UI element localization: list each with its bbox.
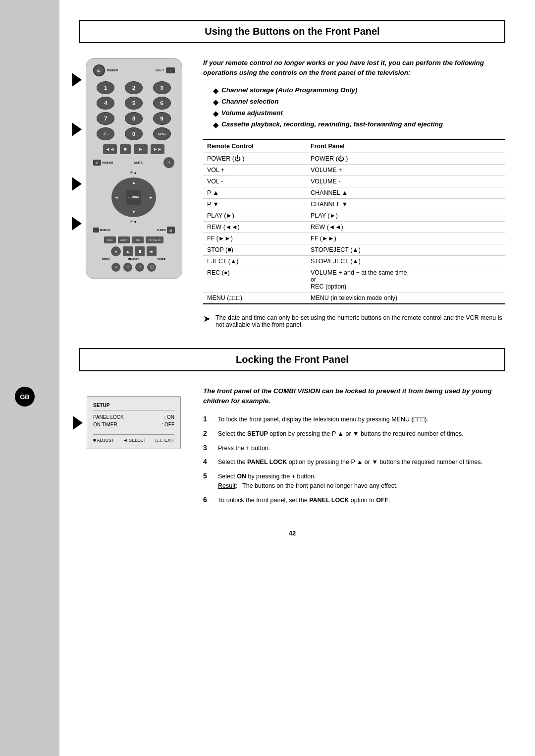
remote-cell: REW (◄◄) (203, 221, 307, 233)
remote-control: ⏻ POWER INPUT ▭ 1 (86, 58, 182, 279)
diamond-icon-2: ◆ (213, 98, 218, 106)
arrow-deco-4 (72, 217, 82, 231)
numpad: 1 2 3 4 5 6 7 8 9 -/-- 0 (93, 81, 175, 140)
step-number-6: 6 (203, 496, 211, 504)
rec-btn: REC (104, 236, 116, 243)
diamond-icon-4: ◆ (213, 121, 218, 129)
front-cell: STOP/EJECT (▲) (307, 255, 505, 267)
table-row: P ▼ CHANNEL ▼ (203, 198, 505, 210)
bullet-item-2: ◆ Channel selection (213, 98, 505, 106)
front-cell: PLAY (►) (307, 210, 505, 221)
bottom-btns: REC EJECT B/S CRYSTAL PB (91, 236, 177, 243)
front-cell: VOLUME + (307, 164, 505, 175)
table-row: VOL + VOLUME + (203, 164, 505, 175)
section2-title: Locking the Front Panel (79, 348, 505, 371)
front-cell: VOLUME + and − at the same timeorREC (op… (307, 267, 505, 292)
num-5: 5 (125, 97, 143, 110)
note-box: ➤ The date and time can only be set usin… (203, 314, 505, 328)
mute-button: 🔇 (163, 157, 174, 168)
remote-cell: MENU (□□□) (203, 292, 307, 304)
pstd-label: P.STD (158, 229, 166, 232)
on-timer-label: ON TIMER (93, 422, 117, 427)
remote-cell: VOL - (203, 175, 307, 187)
panel-lock-value: : ON (164, 414, 174, 420)
locking-intro: The front panel of the COMBI VISION can … (203, 386, 505, 407)
table-row: PLAY (►) PLAY (►) (203, 210, 505, 221)
pstd-icon: ▤ (167, 227, 175, 233)
remote-cell: P ▼ (203, 198, 307, 210)
nav-up: ▲ (132, 180, 136, 185)
next-icon: ⏭ (147, 246, 157, 256)
bullet-item-3: ◆ Volume adjustment (213, 109, 505, 117)
menu-button: □□□ MENU (126, 190, 141, 205)
table-row: POWER (⏻ ) POWER (⏻ ) (203, 153, 505, 164)
arrow-deco-3 (72, 177, 82, 191)
remote-cell: FF (►►) (203, 233, 307, 244)
power-button: ⏻ (93, 64, 105, 76)
table-row: MENU (□□□) MENU (in television mode only… (203, 292, 505, 304)
step-text-6: To unlock the front panel, set the PANEL… (218, 496, 505, 505)
front-cell: POWER (⏻ ) (307, 153, 505, 164)
display-row: DISPLAY P.STD ▤ (93, 227, 175, 233)
adjust-label: ■ ADJUST (93, 438, 114, 443)
round-btn-1: ∧ (111, 263, 120, 272)
step-list: 1 To lock the front panel, display the t… (203, 415, 505, 505)
remote-cell: P ▲ (203, 187, 307, 198)
num-0: 0 (125, 127, 143, 140)
remote-cell: REC (●) (203, 267, 307, 292)
step-6: 6 To unlock the front panel, set the PAN… (203, 496, 505, 505)
table-body: POWER (⏻ ) POWER (⏻ ) VOL + VOLUME + VOL… (203, 153, 505, 304)
vmenu-icon: ▧ (93, 160, 101, 166)
step-number-3: 3 (203, 444, 211, 452)
index-label: INDEX (102, 258, 109, 261)
step-3: 3 Press the + button. (203, 444, 505, 453)
round-btn-4: ⓘ (147, 263, 156, 272)
front-cell: CHANNEL ▼ (307, 198, 505, 210)
screen-row-1: PANEL LOCK : ON (93, 414, 174, 420)
step-text-5: Select ON by pressing the + button.Resul… (218, 472, 505, 491)
num-8: 8 (125, 112, 143, 125)
play-btn: ► (134, 144, 148, 154)
diamond-icon-1: ◆ (213, 87, 218, 95)
note-arrow-icon: ➤ (203, 313, 211, 324)
bottom-labels: INDEX MEMORY SLEEP (93, 258, 175, 261)
remote-image-area: ⏻ POWER INPUT ▭ 1 (79, 58, 188, 328)
num-4: 4 (97, 97, 114, 110)
nav-right: ► (149, 195, 153, 200)
num-6: 6 (153, 97, 171, 110)
remote-cell: VOL + (203, 164, 307, 175)
memory-label: MEMORY (128, 258, 139, 261)
step-number-1: 1 (203, 415, 211, 423)
step-text-2: Select the SETUP option by pressing the … (218, 429, 505, 439)
section1-title: Using the Buttons on the Front Panel (79, 20, 505, 43)
arrow-deco-2 (72, 122, 82, 136)
note-text: The date and time can only be set using … (215, 314, 505, 328)
bullet-list: ◆ Channel storage (Auto Programming Only… (213, 86, 505, 129)
step-5: 5 Select ON by pressing the + button.Res… (203, 472, 505, 491)
front-cell: VOLUME - (307, 175, 505, 187)
front-cell: FF (►►) (307, 233, 505, 244)
power-label: POWER (107, 69, 118, 72)
right-content: If your remote control no longer works o… (203, 58, 505, 328)
nav-down: ▼ (132, 210, 136, 214)
p-down-label: P ▼ (91, 220, 177, 224)
pause-icon: ⏸ (135, 246, 145, 256)
num-minus: -/-- (97, 127, 114, 140)
screen-image-area: SETUP PANEL LOCK : ON ON TIMER : OFF ■ A… (79, 386, 188, 510)
left-sidebar: GB (0, 0, 59, 756)
step-number-2: 2 (203, 429, 211, 437)
bullet-item-4: ◆ Cassette playback, recording, rewindin… (213, 120, 505, 129)
step-number-4: 4 (203, 458, 211, 465)
table-header: Remote Control Front Panel (203, 139, 505, 153)
table-row: REW (◄◄) REW (◄◄) (203, 221, 505, 233)
round-btn-row: ∧ ◇ ◇ ⓘ (91, 263, 177, 272)
section1-body: ⏻ POWER INPUT ▭ 1 (79, 58, 505, 328)
step-1: 1 To lock the front panel, display the t… (203, 415, 505, 424)
section2-body: SETUP PANEL LOCK : ON ON TIMER : OFF ■ A… (79, 386, 505, 510)
table-row: VOL - VOLUME - (203, 175, 505, 187)
screen-title: SETUP (93, 403, 174, 410)
arrow-deco-5 (73, 416, 83, 430)
num-9: 9 (153, 112, 171, 125)
front-cell: STOP/EJECT (▲) (307, 244, 505, 255)
bullet-item-1: ◆ Channel storage (Auto Programming Only… (213, 86, 505, 95)
